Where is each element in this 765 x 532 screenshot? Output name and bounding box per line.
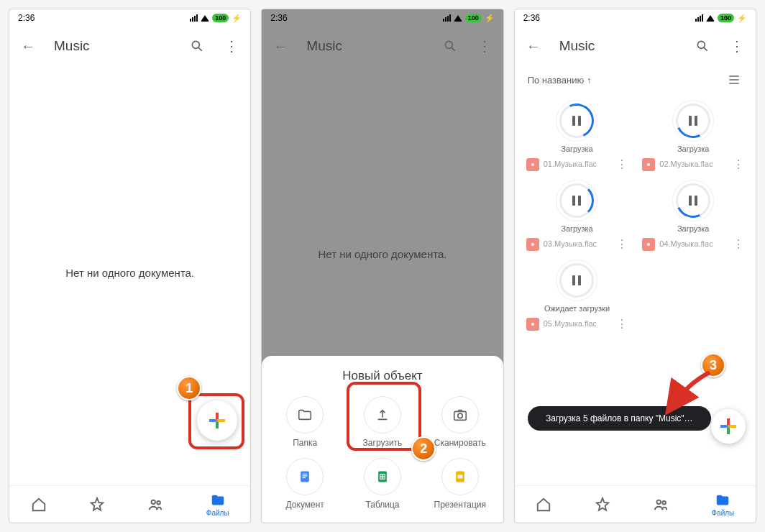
sheet-item-slides[interactable]: Презентация bbox=[423, 455, 498, 513]
more-icon[interactable]: ⋮ bbox=[728, 37, 746, 55]
svg-line-5 bbox=[452, 47, 455, 51]
battery-icon: 100 bbox=[465, 14, 482, 22]
file-item[interactable]: Загрузка 04.Музыка.flac⋮ bbox=[636, 177, 750, 254]
svg-rect-6 bbox=[454, 411, 467, 420]
waiting-label: Ожидает загрузки bbox=[544, 304, 610, 313]
wifi-icon bbox=[706, 15, 715, 22]
page-title: Music bbox=[54, 38, 171, 54]
sheets-icon bbox=[364, 458, 401, 495]
slides-icon bbox=[441, 458, 479, 495]
back-icon[interactable]: ← bbox=[19, 37, 37, 55]
signal-icon bbox=[443, 14, 451, 22]
svg-point-0 bbox=[193, 41, 200, 48]
screen-1: 2:36 100 ⚡ ← Music ⋮ Нет ни одного докум… bbox=[9, 9, 251, 523]
file-more-icon[interactable]: ⋮ bbox=[733, 237, 744, 251]
charging-icon: ⚡ bbox=[737, 14, 747, 23]
battery-icon: 100 bbox=[718, 14, 734, 22]
app-bar: ← Music ⋮ bbox=[515, 27, 756, 65]
status-bar: 2:36 100 ⚡ bbox=[515, 9, 756, 27]
more-icon[interactable]: ⋮ bbox=[223, 37, 240, 55]
search-icon[interactable] bbox=[694, 37, 711, 55]
audio-icon bbox=[642, 158, 655, 171]
nav-files[interactable]: Файлы bbox=[711, 492, 734, 517]
progress-thumb bbox=[556, 100, 597, 142]
file-more-icon[interactable]: ⋮ bbox=[616, 317, 628, 331]
nav-shared[interactable] bbox=[147, 497, 163, 513]
svg-rect-10 bbox=[303, 475, 308, 476]
loading-label: Загрузка bbox=[561, 224, 592, 233]
app-bar: ← Music ⋮ bbox=[262, 27, 503, 65]
fab-new[interactable] bbox=[197, 400, 237, 441]
audio-icon bbox=[526, 318, 539, 331]
clock: 2:36 bbox=[523, 13, 540, 23]
clock: 2:36 bbox=[270, 13, 287, 23]
signal-icon bbox=[190, 14, 198, 22]
sheet-item-sheet[interactable]: Таблица bbox=[345, 455, 420, 513]
file-item[interactable]: Загрузка 03.Музыка.flac⋮ bbox=[521, 177, 634, 254]
status-bar: 2:36 100 ⚡ bbox=[9, 9, 250, 27]
svg-point-7 bbox=[458, 413, 462, 418]
file-item[interactable]: Загрузка 02.Музыка.flac⋮ bbox=[636, 97, 750, 174]
search-icon[interactable] bbox=[441, 37, 459, 55]
file-item[interactable]: Ожидает загрузки 05.Музыка.flac⋮ bbox=[521, 257, 634, 334]
more-icon[interactable]: ⋮ bbox=[476, 37, 493, 55]
upload-toast: Загрузка 5 файлов в папку "Music"… bbox=[528, 406, 711, 431]
callout-badge-1: 1 bbox=[177, 376, 201, 400]
svg-point-4 bbox=[445, 41, 452, 48]
sheet-item-doc[interactable]: Документ bbox=[267, 455, 342, 513]
file-item[interactable]: Загрузка 01.Музыка.flac⋮ bbox=[521, 97, 634, 174]
svg-line-19 bbox=[704, 47, 707, 51]
sheet-item-scan[interactable]: Сканировать bbox=[423, 393, 498, 451]
svg-point-29 bbox=[662, 500, 666, 504]
wifi-icon bbox=[201, 15, 209, 22]
progress-thumb bbox=[672, 100, 714, 142]
upload-icon bbox=[364, 396, 401, 434]
search-icon[interactable] bbox=[188, 37, 206, 55]
view-toggle-icon[interactable] bbox=[725, 71, 743, 88]
progress-thumb bbox=[556, 180, 597, 221]
page-title: Music bbox=[306, 38, 423, 54]
svg-point-2 bbox=[152, 500, 156, 504]
file-name: 03.Музыка.flac bbox=[544, 239, 613, 249]
bottom-nav: Файлы bbox=[515, 485, 756, 523]
back-icon[interactable]: ← bbox=[525, 37, 542, 55]
back-icon[interactable]: ← bbox=[272, 37, 289, 55]
charging-icon: ⚡ bbox=[485, 14, 495, 23]
file-more-icon[interactable]: ⋮ bbox=[616, 237, 628, 251]
svg-rect-9 bbox=[303, 474, 308, 474]
loading-label: Загрузка bbox=[561, 145, 592, 153]
nav-starred[interactable] bbox=[595, 497, 610, 513]
callout-badge-3: 3 bbox=[701, 353, 725, 377]
file-name: 02.Музыка.flac bbox=[659, 160, 728, 169]
nav-starred[interactable] bbox=[89, 497, 105, 513]
nav-files[interactable]: Файлы bbox=[206, 492, 229, 517]
folder-icon bbox=[286, 396, 324, 434]
sheet-item-upload[interactable]: Загрузить bbox=[345, 393, 420, 451]
content-area: Загрузка 01.Музыка.flac⋮ Загрузка 02.Муз… bbox=[515, 94, 756, 485]
svg-point-27 bbox=[531, 322, 534, 325]
file-name: 01.Музыка.flac bbox=[544, 160, 613, 169]
sort-button[interactable]: По названию ↑ bbox=[528, 75, 592, 86]
sheet-item-folder[interactable]: Папка bbox=[267, 393, 342, 451]
camera-icon bbox=[441, 396, 479, 434]
svg-point-26 bbox=[647, 242, 650, 245]
app-bar: ← Music ⋮ bbox=[9, 27, 250, 65]
signal-icon bbox=[695, 14, 703, 22]
nav-home[interactable] bbox=[31, 497, 47, 513]
file-more-icon[interactable]: ⋮ bbox=[616, 157, 628, 171]
plus-icon bbox=[209, 413, 225, 428]
svg-rect-11 bbox=[303, 477, 306, 478]
empty-state-text: Нет ни одного документа. bbox=[9, 267, 250, 279]
nav-shared[interactable] bbox=[653, 497, 669, 513]
fab-new[interactable] bbox=[711, 409, 746, 444]
file-name: 05.Музыка.flac bbox=[544, 319, 613, 329]
svg-point-24 bbox=[647, 162, 650, 165]
audio-icon bbox=[526, 158, 539, 171]
nav-home[interactable] bbox=[536, 497, 551, 513]
screen-3: 2:36 100 ⚡ ← Music ⋮ По названию ↑ Загру… bbox=[514, 9, 756, 523]
loading-label: Загрузка bbox=[677, 145, 709, 153]
battery-icon: 100 bbox=[212, 14, 229, 22]
bottom-nav: Файлы bbox=[9, 485, 250, 523]
file-more-icon[interactable]: ⋮ bbox=[733, 157, 744, 171]
svg-point-18 bbox=[697, 41, 705, 48]
